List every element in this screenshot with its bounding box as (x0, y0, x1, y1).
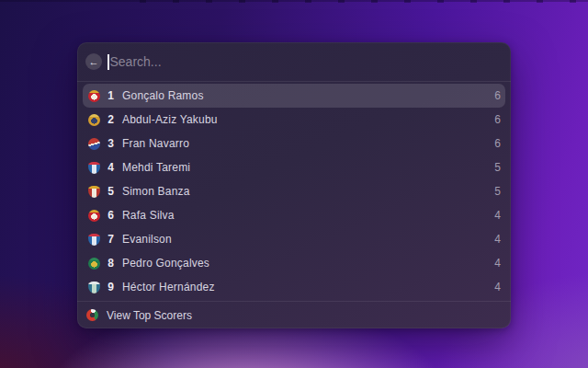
player-name: Fran Navarro (122, 137, 494, 150)
text-caret (107, 54, 109, 70)
footer-label: View Top Scorers (107, 309, 192, 322)
goals-count: 4 (494, 281, 501, 293)
club-crest-icon (88, 186, 100, 198)
club-crest-icon (88, 162, 100, 174)
list-item[interactable]: 2 Abdul-Aziz Yakubu 6 (83, 108, 505, 132)
goals-count: 5 (494, 185, 501, 198)
goals-count: 6 (494, 89, 501, 102)
player-name: Evanilson (122, 233, 494, 246)
rank-number: 8 (105, 257, 117, 270)
player-name: Gonçalo Ramos (122, 89, 494, 102)
goals-count: 4 (494, 209, 501, 222)
goals-count: 4 (494, 233, 501, 246)
club-crest-icon (88, 258, 100, 270)
list-item[interactable]: 7 Evanilson 4 (83, 227, 505, 251)
club-crest-icon (88, 234, 100, 246)
player-name: Mehdi Taremi (122, 161, 494, 174)
club-crest-icon (88, 210, 100, 222)
goals-count: 4 (494, 257, 501, 270)
player-name: Pedro Gonçalves (122, 257, 494, 270)
player-name: Héctor Hernández (122, 281, 494, 293)
player-name: Simon Banza (122, 185, 494, 198)
list-item[interactable]: 8 Pedro Gonçalves 4 (83, 251, 505, 275)
club-crest-icon (88, 114, 100, 126)
rank-number: 4 (105, 161, 117, 174)
back-button[interactable]: ← (85, 53, 102, 70)
player-name: Abdul-Aziz Yakubu (122, 113, 494, 126)
search-input[interactable]: Search... (107, 42, 503, 81)
goals-count: 6 (494, 137, 501, 150)
rank-number: 9 (105, 281, 117, 293)
rank-number: 7 (105, 233, 117, 246)
rank-number: 1 (105, 89, 117, 102)
scorers-list: 1 Gonçalo Ramos 6 2 Abdul-Aziz Yakubu 6 … (77, 82, 511, 301)
player-name: Rafa Silva (122, 209, 494, 222)
goals-count: 6 (494, 113, 501, 126)
goals-count: 5 (494, 161, 501, 174)
rank-number: 3 (105, 137, 117, 150)
footer-action[interactable]: View Top Scorers (77, 302, 511, 328)
list-item[interactable]: 6 Rafa Silva 4 (83, 203, 505, 227)
rank-number: 6 (105, 209, 117, 222)
club-crest-icon (88, 282, 100, 293)
arrow-left-icon: ← (89, 57, 99, 67)
list-item[interactable]: 3 Fran Navarro 6 (83, 132, 505, 155)
list-item[interactable]: 9 Héctor Hernández 4 (83, 275, 505, 299)
list-item[interactable]: 5 Simon Banza 5 (83, 179, 505, 203)
search-bar: ← Search... (77, 42, 511, 81)
club-crest-icon (88, 90, 100, 102)
list-item[interactable]: 4 Mehdi Taremi 5 (83, 155, 505, 179)
club-crest-icon (88, 138, 100, 150)
rank-number: 5 (105, 185, 117, 198)
search-placeholder: Search... (110, 54, 162, 69)
rank-number: 2 (105, 113, 117, 126)
launcher-window: ← Search... 1 Gonçalo Ramos 6 2 Abdul-Az… (77, 42, 511, 328)
list-item[interactable]: 1 Gonçalo Ramos 6 (83, 84, 505, 108)
league-logo-icon (86, 309, 98, 321)
wallpaper-ticks (140, 0, 584, 3)
